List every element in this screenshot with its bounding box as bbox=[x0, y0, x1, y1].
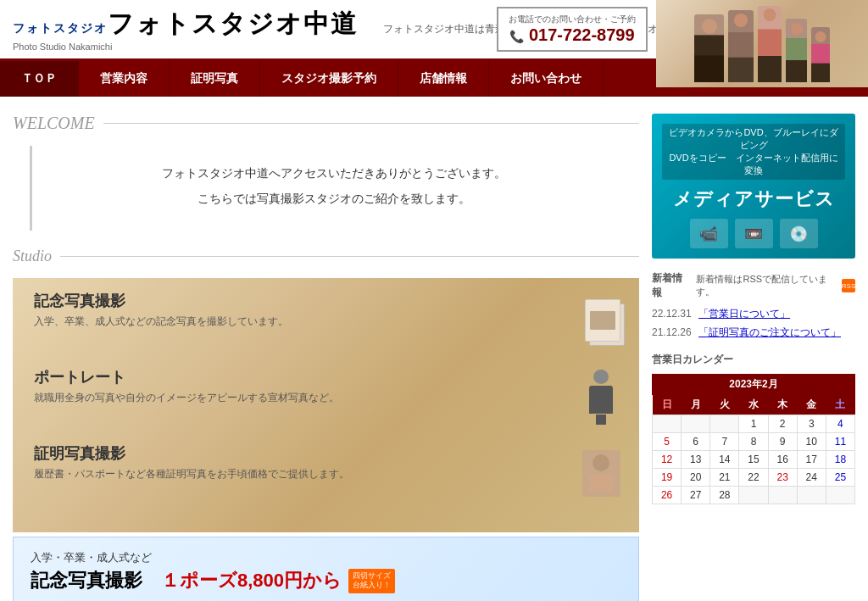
main-container: WELCOME フォトスタジオ中道へアクセスいただきありがとうございます。 こち… bbox=[0, 97, 868, 601]
nav-item-contact[interactable]: お問い合わせ bbox=[489, 61, 604, 97]
calendar-cell: 15 bbox=[739, 451, 768, 469]
calendar-table: 2023年2月 日 月 火 水 木 金 土 12345678910 bbox=[652, 374, 855, 504]
calendar-cell bbox=[826, 487, 854, 504]
calendar-cell bbox=[739, 487, 768, 504]
media-icons: 📹 📼 💿 bbox=[662, 219, 845, 248]
welcome-text: フォトスタジオ中道へアクセスいただきありがとうございます。 こちらでは写真撮影ス… bbox=[45, 146, 622, 231]
calendar-cell: 5 bbox=[653, 433, 682, 451]
calendar-cell: 11 bbox=[826, 433, 854, 451]
calendar-cell: 7 bbox=[710, 433, 739, 451]
rss-icon: RSS bbox=[842, 279, 855, 292]
page-body: WELCOME フォトスタジオ中道へアクセスいただきありがとうございます。 こち… bbox=[0, 97, 868, 601]
banner-price: １ポーズ8,800円から bbox=[161, 568, 342, 593]
news-link-0[interactable]: 「営業日について」 bbox=[698, 308, 790, 320]
banner-badge: 四切サイズ台紙入り！ bbox=[348, 569, 395, 593]
calendar-cell bbox=[797, 487, 826, 504]
calendar-row: 567891011 bbox=[653, 433, 855, 451]
nav-item-services[interactable]: 営業内容 bbox=[79, 61, 170, 97]
cal-th-wed: 水 bbox=[739, 395, 768, 415]
calendar-cell: 9 bbox=[768, 433, 797, 451]
welcome-text-block: フォトスタジオ中道へアクセスいただきありがとうございます。 こちらでは写真撮影ス… bbox=[30, 146, 622, 231]
calendar-cell: 23 bbox=[768, 469, 797, 487]
studio-item-portrait: ポートレート 就職用全身の写真や自分のイメージをアピールする宣材写真など。 bbox=[25, 367, 626, 426]
cal-th-mon: 月 bbox=[682, 395, 710, 415]
calendar-cell bbox=[768, 487, 797, 504]
calendar-body: 1234567891011121314151617181920212223242… bbox=[653, 415, 855, 504]
media-service-banner[interactable]: ビデオカメラからDVD、ブルーレイにダビング DVDをコピー インターネット配信… bbox=[652, 114, 855, 259]
studio-item-portrait-desc: 就職用全身の写真や自分のイメージをアピールする宣材写真など。 bbox=[34, 391, 567, 405]
banner-subtitle: 入学・卒業・成人式など bbox=[31, 550, 621, 565]
calendar-cell: 12 bbox=[653, 451, 682, 469]
calendar-cell: 18 bbox=[826, 451, 854, 469]
news-link-1[interactable]: 「証明写真のご注文について」 bbox=[698, 326, 841, 338]
calendar-cell: 24 bbox=[797, 469, 826, 487]
media-title-main: メディアサービス bbox=[662, 186, 845, 212]
promo-banner[interactable]: 入学・卒業・成人式など 記念写真撮影 １ポーズ8,800円から 四切サイズ台紙入… bbox=[13, 537, 639, 601]
welcome-line1: フォトスタジオ中道へアクセスいただきありがとうございます。 bbox=[70, 163, 597, 184]
calendar-cell: 4 bbox=[826, 415, 854, 433]
studio-item-kinen-desc: 入学、卒業、成人式などの記念写真を撮影しています。 bbox=[34, 314, 567, 329]
calendar-cell: 28 bbox=[710, 487, 739, 504]
banner-text: 入学・卒業・成人式など 記念写真撮影 １ポーズ8,800円から 四切サイズ台紙入… bbox=[31, 550, 621, 593]
studio-item-portrait-text: ポートレート 就職用全身の写真や自分のイメージをアピールする宣材写真など。 bbox=[34, 367, 567, 405]
calendar-row: 262728 bbox=[653, 487, 855, 504]
calendar-label: 営業日カレンダー bbox=[652, 353, 855, 367]
calendar-row: 12131415161718 bbox=[653, 451, 855, 469]
news-header: 新着情報 新着情報はRSSで配信しています。 RSS bbox=[652, 271, 855, 300]
news-date-0: 22.12.31 bbox=[652, 308, 692, 320]
banner-title-row: 記念写真撮影 １ポーズ8,800円から 四切サイズ台紙入り！ bbox=[31, 568, 621, 593]
calendar-cell: 19 bbox=[653, 469, 682, 487]
logo-area: フォトスタジオフォトスタジオ中道 Photo Studio Nakamichi bbox=[13, 7, 358, 52]
news-date-1: 21.12.26 bbox=[652, 326, 692, 338]
studio-item-kinen: 記念写真撮影 入学、卒業、成人式などの記念写真を撮影しています。 bbox=[25, 291, 626, 350]
logo-sub: Photo Studio Nakamichi bbox=[13, 42, 358, 52]
banner-title: 記念写真撮影 bbox=[31, 568, 161, 593]
welcome-line2: こちらでは写真撮影スタジオのご紹介を致します。 bbox=[70, 188, 597, 209]
calendar-cell: 10 bbox=[797, 433, 826, 451]
content-area: WELCOME フォトスタジオ中道へアクセスいただきありがとうございます。 こち… bbox=[13, 114, 639, 601]
vhs-icon: 📼 bbox=[735, 219, 773, 248]
news-label: 新着情報 bbox=[652, 271, 689, 300]
cal-th-thu: 木 bbox=[768, 395, 797, 415]
calendar-caption: 2023年2月 bbox=[652, 374, 855, 395]
studio-item-id-photo-text: 証明写真撮影 履歴書・パスポートなど各種証明写真をお手頃価格でご提供します。 bbox=[34, 443, 567, 481]
studio-item-id-photo: 証明写真撮影 履歴書・パスポートなど各種証明写真をお手頃価格でご提供します。 bbox=[25, 443, 626, 503]
calendar-cell bbox=[653, 415, 682, 433]
logo-main: フォトスタジオフォトスタジオ中道 bbox=[13, 7, 358, 42]
calendar-cell: 8 bbox=[739, 433, 768, 451]
news-item-1: 21.12.26 「証明写真のご注文について」 bbox=[652, 326, 855, 340]
calendar-cell: 26 bbox=[653, 487, 682, 504]
cal-th-sun: 日 bbox=[653, 395, 682, 415]
nav-item-store[interactable]: 店舗情報 bbox=[398, 61, 489, 97]
welcome-divider bbox=[103, 123, 639, 124]
calendar-cell: 22 bbox=[739, 469, 768, 487]
studio-item-portrait-img bbox=[576, 367, 626, 426]
header: フォトスタジオフォトスタジオ中道 Photo Studio Nakamichi … bbox=[0, 0, 868, 61]
nav-item-id-photo[interactable]: 証明写真 bbox=[170, 61, 260, 97]
cal-th-tue: 火 bbox=[710, 395, 739, 415]
calendar-cell: 3 bbox=[797, 415, 826, 433]
nav-item-top[interactable]: ＴＯＰ bbox=[0, 61, 79, 97]
studio-item-kinen-title: 記念写真撮影 bbox=[34, 291, 567, 311]
studio-divider bbox=[60, 256, 639, 257]
calendar-cell: 17 bbox=[797, 451, 826, 469]
welcome-title: WELCOME bbox=[13, 114, 95, 133]
calendar-row: 1234 bbox=[653, 415, 855, 433]
phone-label: お電話でのお問い合わせ・ご予約 bbox=[509, 14, 636, 25]
cal-th-sat: 土 bbox=[826, 395, 854, 415]
disc-icon: 💿 bbox=[780, 219, 818, 248]
nav-item-reservation[interactable]: スタジオ撮影予約 bbox=[260, 61, 398, 97]
header-images bbox=[656, 0, 868, 87]
news-rss-text: 新着情報はRSSで配信しています。 bbox=[696, 273, 835, 298]
calendar-header-row: 日 月 火 水 木 金 土 bbox=[653, 395, 855, 415]
welcome-heading: WELCOME bbox=[13, 114, 639, 133]
calendar-cell: 6 bbox=[682, 433, 710, 451]
studio-item-id-photo-img bbox=[576, 443, 626, 503]
calendar-cell: 16 bbox=[768, 451, 797, 469]
calendar-cell bbox=[682, 415, 710, 433]
calendar-section: 営業日カレンダー 2023年2月 日 月 火 水 木 金 土 bbox=[652, 353, 855, 504]
studio-item-kinen-text: 記念写真撮影 入学、卒業、成人式などの記念写真を撮影しています。 bbox=[34, 291, 567, 329]
studio-item-portrait-title: ポートレート bbox=[34, 367, 567, 387]
studio-items-wrapper: 記念写真撮影 入学、卒業、成人式などの記念写真を撮影しています。 bbox=[13, 278, 639, 532]
camcorder-icon: 📹 bbox=[690, 219, 728, 248]
